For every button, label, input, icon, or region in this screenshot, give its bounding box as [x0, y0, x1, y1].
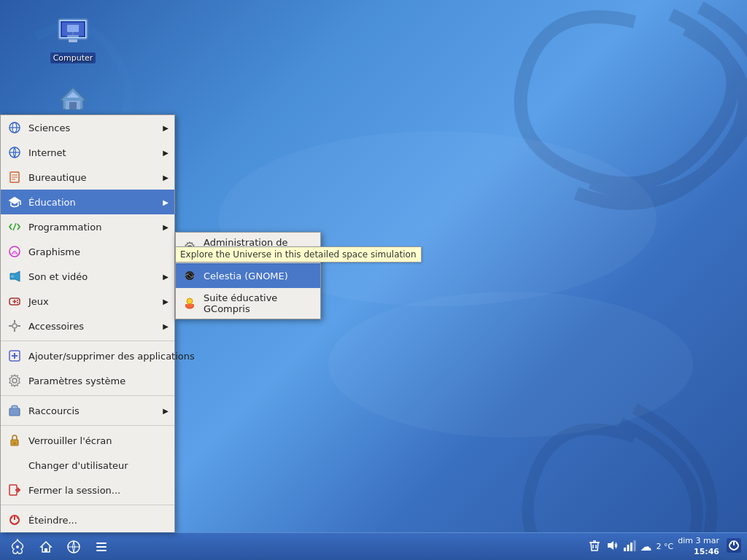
- taskbar-menu-btn[interactable]: [89, 536, 114, 558]
- programmation-arrow: ▶: [163, 223, 169, 231]
- shutdown-icon: [7, 512, 23, 528]
- taskbar-logo-btn[interactable]: [4, 536, 31, 558]
- taskbar-power-btn[interactable]: [724, 538, 744, 555]
- add-remove-icon: [7, 348, 23, 364]
- switch-user-label: Changer d'utilisateur: [28, 460, 128, 471]
- sciences-icon: [7, 120, 23, 136]
- menu-item-son-video[interactable]: Son et vidéo ▶: [1, 264, 174, 289]
- son-video-arrow: ▶: [163, 273, 169, 281]
- menu-item-settings[interactable]: Paramètres système: [1, 368, 174, 393]
- svg-rect-57: [96, 550, 107, 551]
- education-arrow: ▶: [163, 198, 169, 206]
- sciences-arrow: ▶: [163, 124, 169, 132]
- computer-icon: [55, 15, 90, 50]
- raccourcis-arrow: ▶: [163, 407, 169, 415]
- internet-label: Internet: [28, 147, 66, 158]
- raccourcis-icon: [7, 402, 23, 419]
- svg-rect-56: [96, 546, 107, 548]
- desktop: Computer home Sciences ▶: [0, 0, 747, 560]
- raccourcis-label: Raccourcis: [28, 405, 80, 416]
- graphisme-icon: [7, 244, 23, 260]
- computer-icon-label: Computer: [50, 52, 96, 63]
- svg-point-50: [187, 298, 193, 304]
- svg-point-42: [14, 443, 16, 445]
- menu-item-shutdown[interactable]: Éteindre...: [1, 508, 174, 532]
- menu-item-education[interactable]: Éducation ▶: [1, 190, 174, 214]
- submenu-item-celestia[interactable]: Celestia (GNOME): [176, 263, 320, 288]
- admin-gcompris-label: Administration de GCompris: [204, 237, 314, 259]
- svg-point-1: [328, 292, 693, 438]
- start-menu: Sciences ▶ Internet ▶ Bureautique ▶ Éduc…: [0, 114, 175, 532]
- menu-item-internet[interactable]: Internet ▶: [1, 140, 174, 165]
- gcompris-icon: [182, 295, 198, 311]
- taskbar-temp: 2 °C: [657, 542, 674, 551]
- menu-item-lock[interactable]: Verrouiller l'écran: [1, 428, 174, 453]
- svg-rect-63: [624, 548, 626, 551]
- bureautique-arrow: ▶: [163, 174, 169, 182]
- logout-label: Fermer la session...: [28, 485, 120, 496]
- switch-user-icon: [7, 457, 23, 473]
- taskbar-weather-icon: ☁: [640, 540, 652, 553]
- svg-point-29: [17, 300, 18, 301]
- menu-item-sciences[interactable]: Sciences ▶: [1, 115, 174, 140]
- taskbar-browser-btn[interactable]: [61, 536, 86, 558]
- taskbar-volume-btn[interactable]: [605, 539, 619, 554]
- svg-point-30: [17, 302, 18, 303]
- separator-1: [1, 341, 174, 341]
- taskbar-home-btn[interactable]: [34, 536, 58, 558]
- svg-point-25: [11, 275, 14, 278]
- menu-item-accessoires[interactable]: Accessoires ▶: [1, 314, 174, 338]
- accessoires-icon: [7, 318, 23, 334]
- taskbar-time: 15:46: [678, 547, 719, 557]
- submenu-item-admin-gcompris[interactable]: Administration de GCompris: [176, 233, 320, 263]
- svg-point-51: [16, 545, 19, 548]
- taskbar-signal-icon: [623, 540, 636, 553]
- svg-marker-62: [608, 541, 614, 550]
- menu-item-add-remove[interactable]: Ajouter/supprimer des applications: [1, 343, 174, 368]
- lock-label: Verrouiller l'écran: [28, 435, 112, 446]
- gcompris-label: Suite éducative GCompris: [204, 292, 314, 314]
- celestia-icon: [182, 268, 198, 284]
- taskbar: ☁ 2 °C dim 3 mar 15:46: [0, 532, 747, 560]
- taskbar-trash-btn[interactable]: [588, 539, 601, 554]
- home-folder-icon: [55, 80, 90, 115]
- education-label: Éducation: [28, 197, 76, 208]
- son-video-label: Son et vidéo: [28, 271, 88, 282]
- jeux-label: Jeux: [28, 296, 49, 307]
- desktop-icon-computer[interactable]: Computer: [44, 15, 102, 63]
- logout-icon: [7, 482, 23, 498]
- bureautique-icon: [7, 169, 23, 185]
- svg-rect-65: [630, 542, 632, 551]
- son-video-icon: [7, 268, 23, 284]
- menu-item-bureautique[interactable]: Bureautique ▶: [1, 165, 174, 190]
- menu-item-programmation[interactable]: Programmation ▶: [1, 214, 174, 239]
- menu-item-jeux[interactable]: Jeux ▶: [1, 289, 174, 314]
- menu-item-switch-user[interactable]: Changer d'utilisateur: [1, 453, 174, 478]
- sciences-label: Sciences: [28, 122, 70, 133]
- celestia-label: Celestia (GNOME): [204, 271, 288, 281]
- svg-point-39: [12, 378, 17, 383]
- svg-rect-55: [96, 542, 107, 544]
- menu-item-graphisme[interactable]: Graphisme: [1, 239, 174, 264]
- admin-gcompris-icon: [182, 240, 198, 256]
- shutdown-label: Éteindre...: [28, 515, 77, 526]
- jeux-icon: [7, 293, 23, 309]
- svg-rect-11: [69, 102, 77, 109]
- programmation-icon: [7, 219, 23, 235]
- jeux-arrow: ▶: [163, 298, 169, 306]
- separator-2: [1, 395, 174, 396]
- taskbar-clock: dim 3 mar 15:46: [678, 536, 719, 557]
- submenu-item-gcompris[interactable]: Suite éducative GCompris: [176, 288, 320, 319]
- programmation-label: Programmation: [28, 222, 101, 233]
- internet-arrow: ▶: [163, 149, 169, 157]
- settings-label: Paramètres système: [28, 376, 125, 386]
- menu-item-logout[interactable]: Fermer la session...: [1, 478, 174, 502]
- svg-point-47: [187, 246, 192, 250]
- svg-rect-52: [44, 548, 47, 552]
- svg-rect-6: [67, 25, 79, 32]
- svg-rect-9: [69, 39, 77, 42]
- svg-point-31: [12, 324, 17, 328]
- menu-item-raccourcis[interactable]: Raccourcis ▶: [1, 398, 174, 423]
- separator-4: [1, 505, 174, 505]
- accessoires-arrow: ▶: [163, 322, 169, 330]
